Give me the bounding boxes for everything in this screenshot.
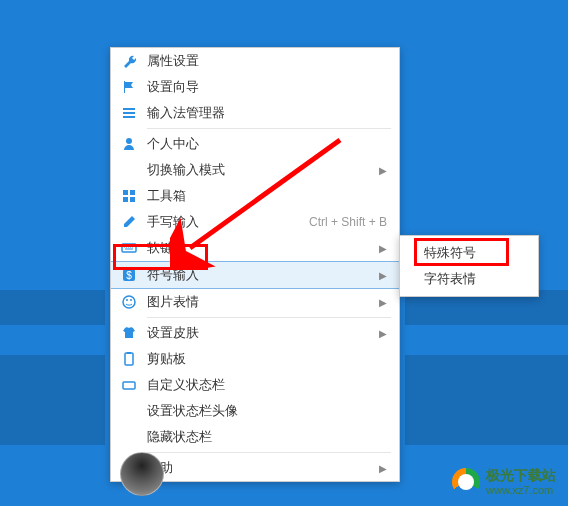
menu-item-label: 手写输入	[147, 213, 309, 231]
menu-item-label: 符号输入	[147, 266, 373, 284]
blank-icon	[119, 160, 139, 180]
menu-item-label: 设置状态栏头像	[147, 402, 387, 420]
menu-item-custom-statusbar[interactable]: 自定义状态栏	[111, 372, 399, 398]
watermark-url: www.xz7.com	[486, 484, 556, 496]
chevron-right-icon: ▶	[379, 165, 387, 176]
menu-item-softkeyboard[interactable]: 软键盘 ▶	[111, 235, 399, 261]
menu-item-statusbar-avatar[interactable]: 设置状态栏头像	[111, 398, 399, 424]
svg-point-5	[130, 299, 132, 301]
menu-item-switch-mode[interactable]: 切换输入模式 ▶	[111, 157, 399, 183]
svg-rect-8	[123, 382, 135, 389]
chevron-right-icon: ▶	[379, 463, 387, 474]
blank-icon	[119, 427, 139, 447]
list-icon	[119, 103, 139, 123]
chevron-right-icon: ▶	[379, 270, 387, 281]
menu-item-label: 软键盘	[147, 239, 373, 257]
desktop-shadow	[405, 355, 568, 445]
shirt-icon	[119, 323, 139, 343]
symbol-submenu: 特殊符号 字符表情	[399, 235, 539, 297]
blank-icon	[119, 401, 139, 421]
svg-text:$: $	[126, 270, 132, 281]
menu-item-properties[interactable]: 属性设置	[111, 48, 399, 74]
menu-item-label: 设置向导	[147, 78, 387, 96]
chevron-right-icon: ▶	[379, 243, 387, 254]
flag-icon	[119, 77, 139, 97]
svg-rect-0	[122, 244, 136, 252]
keyboard-icon	[119, 238, 139, 258]
menu-item-symbol-input[interactable]: $ 符号输入 ▶	[111, 261, 399, 289]
watermark-logo-icon	[452, 468, 480, 496]
menu-item-handwriting[interactable]: 手写输入 Ctrl + Shift + B	[111, 209, 399, 235]
menu-item-label: 隐藏状态栏	[147, 428, 387, 446]
menu-item-label: 属性设置	[147, 52, 387, 70]
menu-item-hide-statusbar[interactable]: 隐藏状态栏	[111, 424, 399, 450]
tray-icon	[119, 375, 139, 395]
menu-item-user-center[interactable]: 个人中心	[111, 131, 399, 157]
menu-item-ime-manager[interactable]: 输入法管理器	[111, 100, 399, 126]
context-menu: 属性设置 设置向导 输入法管理器 个人中心 切换输入模式 ▶ 工具箱 手写输入 …	[110, 47, 400, 482]
menu-item-emoji[interactable]: 图片表情 ▶	[111, 289, 399, 315]
statusbar-avatar[interactable]	[120, 452, 164, 496]
menu-item-label: 图片表情	[147, 293, 373, 311]
menu-item-skin[interactable]: 设置皮肤 ▶	[111, 320, 399, 346]
menu-item-clipboard[interactable]: 剪贴板	[111, 346, 399, 372]
menu-item-label: 工具箱	[147, 187, 387, 205]
menu-item-label: 个人中心	[147, 135, 387, 153]
submenu-item-char-emoji[interactable]: 字符表情	[400, 266, 538, 292]
smile-icon	[119, 292, 139, 312]
menu-item-toolbox[interactable]: 工具箱	[111, 183, 399, 209]
symbol-icon: $	[119, 265, 139, 285]
menu-divider	[147, 452, 391, 453]
svg-rect-6	[125, 353, 133, 365]
menu-item-label: 自定义状态栏	[147, 376, 387, 394]
pen-icon	[119, 212, 139, 232]
chevron-right-icon: ▶	[379, 297, 387, 308]
clipboard-icon	[119, 349, 139, 369]
menu-divider	[147, 128, 391, 129]
submenu-item-label: 字符表情	[424, 270, 476, 288]
desktop-shadow	[0, 290, 105, 325]
grid-icon	[119, 186, 139, 206]
submenu-item-label: 特殊符号	[424, 244, 476, 262]
menu-item-shortcut: Ctrl + Shift + B	[309, 215, 387, 229]
menu-item-label: 设置皮肤	[147, 324, 373, 342]
menu-item-label: 切换输入模式	[147, 161, 373, 179]
person-icon	[119, 134, 139, 154]
menu-item-label: 帮助	[147, 459, 373, 477]
menu-item-label: 剪贴板	[147, 350, 387, 368]
chevron-right-icon: ▶	[379, 328, 387, 339]
watermark: 极光下载站 www.xz7.com	[452, 468, 556, 496]
watermark-title: 极光下载站	[486, 468, 556, 483]
menu-item-setup-wizard[interactable]: 设置向导	[111, 74, 399, 100]
svg-rect-7	[127, 352, 131, 354]
svg-point-3	[123, 296, 135, 308]
desktop-shadow	[0, 355, 105, 445]
svg-point-4	[126, 299, 128, 301]
submenu-item-special-symbols[interactable]: 特殊符号	[400, 240, 538, 266]
menu-item-label: 输入法管理器	[147, 104, 387, 122]
wrench-icon	[119, 51, 139, 71]
menu-divider	[147, 317, 391, 318]
